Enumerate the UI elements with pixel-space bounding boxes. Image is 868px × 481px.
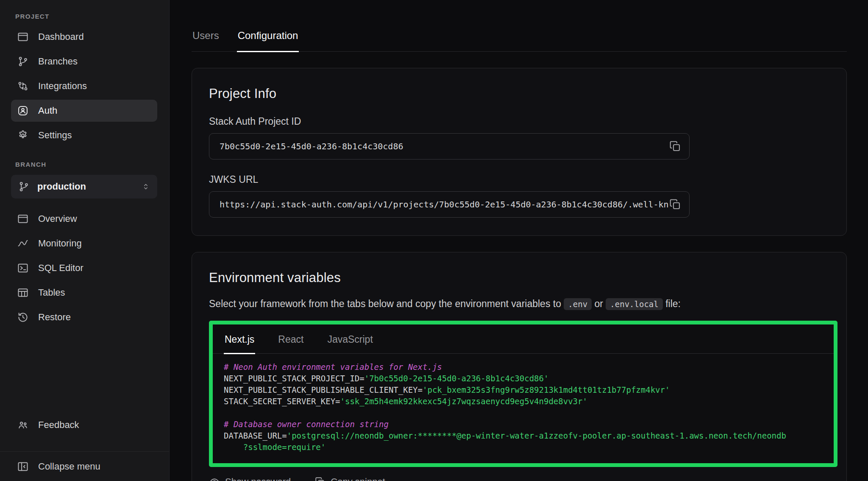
sidebar-nav: PROJECT DashboardBranchesIntegrationsAut… [0,0,169,328]
code-line: ?sslmode=require' [224,442,823,453]
code-line [224,407,823,419]
copy-icon [669,140,682,153]
sidebar-item-tables[interactable]: Tables [11,282,157,304]
code-token-plain: DATABASE_URL= [224,431,287,440]
sidebar-item-branches[interactable]: Branches [11,50,157,73]
main-content: UsersConfiguration Project Info Stack Au… [170,0,868,481]
sidebar-item-integrations[interactable]: Integrations [11,75,157,97]
chevrons-up-down-icon [141,182,150,191]
code-token-plain: NEXT_PUBLIC_STACK_PUBLISHABLE_CLIENT_KEY… [224,385,423,394]
sidebar-item-label: Tables [38,287,65,298]
monitoring-icon [17,238,29,249]
framework-tab-nextjs[interactable]: Next.js [224,324,255,354]
eye-icon [209,476,220,481]
env-code-block: # Neon Auth environment variables for Ne… [213,354,834,463]
stack-auth-project-id-label: Stack Auth Project ID [209,116,829,127]
feedback-icon [17,419,29,431]
code-line: NEXT_PUBLIC_STACK_PUBLISHABLE_CLIENT_KEY… [224,384,823,396]
sidebar-item-feedback[interactable]: Feedback [11,414,157,436]
env-description: Select your framework from the tabs belo… [209,298,829,310]
sidebar-item-restore[interactable]: Restore [11,306,157,328]
sidebar-item-label: Settings [38,130,72,141]
annotation-highlight-box: Next.jsReactJavaScript # Neon Auth envir… [209,321,837,467]
copy-icon [669,198,682,211]
show-password-label: Show password [225,476,291,481]
branch-selector[interactable]: production [11,175,157,199]
code-token-plain: STACK_SECRET_SERVER_KEY= [224,397,340,406]
code-token-plain: NEXT_PUBLIC_STACK_PROJECT_ID= [224,374,364,383]
tab-configuration[interactable]: Configuration [237,24,299,52]
sidebar-project-nav: DashboardBranchesIntegrationsAuthSetting… [11,26,157,146]
jwks-url-label: JWKS URL [209,174,829,185]
env-description-text: file: [663,298,681,309]
code-token-string: '7b0c55d0-2e15-45d0-a236-8b1c4c30cd86' [364,374,549,383]
auth-icon [17,105,29,117]
code-line: # Database owner connection string [224,419,823,430]
sidebar-item-settings[interactable]: Settings [11,124,157,146]
branch-selector-value: production [37,181,86,192]
sidebar-item-label: Dashboard [38,31,84,42]
restore-icon [17,311,29,323]
copy-snippet-label: Copy snippet [331,476,385,481]
sidebar-item-label: SQL Editor [38,263,83,274]
code-token-comment: # Database owner connection string [224,419,389,429]
code-line: STACK_SECRET_SERVER_KEY='ssk_2m5h4emk92k… [224,396,823,407]
code-token-comment: # Neon Auth environment variables for Ne… [224,362,442,372]
framework-tabs: Next.jsReactJavaScript [213,324,834,354]
code-token-string: 'ssk_2m5h4emk92kkexc54jz7wqzsaenycd9eg5v… [340,397,587,406]
tab-users[interactable]: Users [192,24,220,52]
stack-auth-project-id-value: 7b0c55d0-2e15-45d0-a236-8b1c4c30cd86 [220,141,669,151]
jwks-url-field: https://api.stack-auth.com/api/v1/projec… [209,191,690,218]
copy-project-id-button[interactable] [669,140,682,153]
code-line: NEXT_PUBLIC_STACK_PROJECT_ID='7b0c55d0-2… [224,373,823,384]
jwks-url-value: https://api.stack-auth.com/api/v1/projec… [220,199,669,210]
overview-icon [17,213,29,225]
environment-variables-title: Environment variables [209,270,829,285]
collapse-menu-button[interactable]: Collapse menu [0,451,169,481]
sidebar-item-monitoring[interactable]: Monitoring [11,232,157,254]
env-description-text: or [592,298,606,309]
branches-icon [17,56,29,67]
page-tabs: UsersConfiguration [192,24,847,52]
project-info-card: Project Info Stack Auth Project ID 7b0c5… [192,68,847,236]
sidebar-item-label: Overview [38,213,77,224]
code-line: # Neon Auth environment variables for Ne… [224,361,823,373]
sidebar-item-label: Restore [38,312,71,323]
sql-editor-icon [17,262,29,274]
env-actions: Show passwordCopy snippet [209,476,829,481]
sidebar-item-label: Monitoring [38,238,82,249]
env-file-chip: .env [564,298,592,310]
sidebar-footer: Feedback Collapse menu [0,401,169,481]
env-local-file-chip: .env.local [606,298,662,310]
code-token-string: 'pck_bxem325s3fng9rw5z89213k1md4tt01tz1b… [423,385,670,394]
sidebar-item-auth[interactable]: Auth [11,100,157,122]
dashboard-icon [17,31,29,43]
env-description-text: Select your framework from the tabs belo… [209,298,564,309]
tables-icon [17,287,29,299]
sidebar: PROJECT DashboardBranchesIntegrationsAut… [0,0,170,481]
settings-icon [17,129,29,141]
branch-icon [18,181,30,193]
copy-icon [314,476,326,481]
show-password-button[interactable]: Show password [209,476,291,481]
sidebar-item-label: Auth [38,105,57,116]
code-token-string: 'postgresql://neondb_owner:********@ep-w… [287,431,786,440]
environment-variables-card: Environment variables Select your framew… [192,252,847,481]
sidebar-item-sql-editor[interactable]: SQL Editor [11,257,157,279]
code-token-string: ?sslmode=require' [224,442,326,452]
stack-auth-project-id-field: 7b0c55d0-2e15-45d0-a236-8b1c4c30cd86 [209,133,690,159]
sidebar-footer-nav: Feedback [0,401,169,451]
project-info-title: Project Info [209,86,829,101]
sidebar-item-dashboard[interactable]: Dashboard [11,26,157,48]
code-line: DATABASE_URL='postgresql://neondb_owner:… [224,430,823,442]
copy-snippet-button[interactable]: Copy snippet [314,476,385,481]
framework-tab-javascript[interactable]: JavaScript [326,324,373,354]
framework-tab-react[interactable]: React [277,324,304,354]
collapse-menu-icon [17,461,29,473]
sidebar-item-label: Integrations [38,81,87,92]
sidebar-item-overview[interactable]: Overview [11,208,157,230]
sidebar-branch-nav: OverviewMonitoringSQL EditorTablesRestor… [11,208,157,328]
copy-jwks-url-button[interactable] [669,198,682,211]
integrations-icon [17,80,29,92]
sidebar-item-label: Branches [38,56,78,67]
